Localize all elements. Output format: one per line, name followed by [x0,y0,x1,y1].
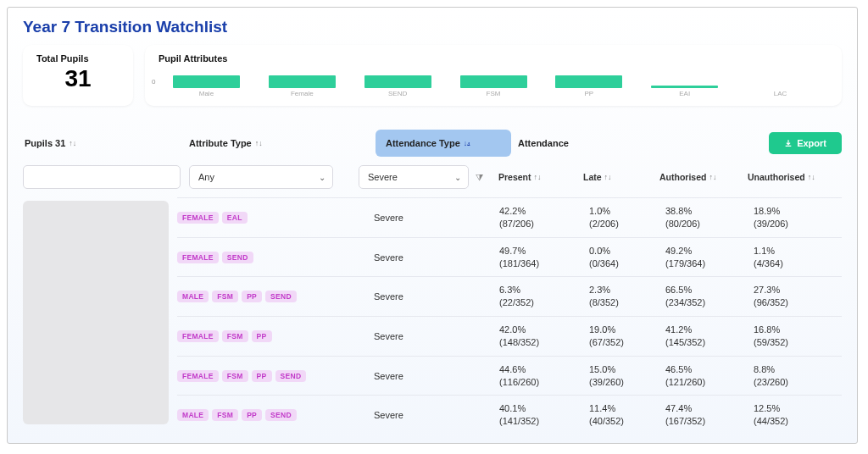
total-pupils-card: Total Pupils 31 [23,45,133,106]
unauthorised-cell: 18.9%(39/206) [754,205,842,230]
chart-bar: Female [254,75,350,97]
bar-label: EAI [679,90,690,97]
chart-bar: LAC [732,88,828,97]
attribute-tag: FEMALE [177,212,219,224]
page-title: Year 7 Transition Watchlist [23,18,842,36]
attribute-tags: FEMALEEAL [177,212,364,224]
pupils-search-input[interactable] [23,165,181,189]
bar-fill [460,75,527,88]
app-frame: Year 7 Transition Watchlist Total Pupils… [7,7,858,444]
attribute-tag: SEND [265,291,297,302]
table-row[interactable]: FEMALEFSMPPSevere42.0%(148/352)19.0%(67/… [177,316,842,356]
sort-icon: ↑↓ [709,173,716,181]
attendance-type-cell: Severe [364,252,489,263]
chart-bar: SEND [350,75,446,97]
authorised-cell: 41.2%(145/352) [665,324,754,349]
attribute-tag: FSM [212,409,238,421]
bar-label: FSM [487,90,501,97]
chart-bar: Male [159,75,254,97]
bar-label: Male [199,90,214,97]
late-cell: 11.4%(40/352) [589,402,665,428]
present-cell: 44.6%(116/260) [499,363,589,389]
sort-icon: ↑↓ [604,173,612,181]
attendance-type-cell: Severe [364,371,489,381]
attendance-type-cell: Severe [364,291,489,302]
unauthorised-cell: 1.1%(4/364) [754,245,842,270]
sort-icon: ↑↓ [808,173,815,181]
pupil-attributes-label: Pupil Attributes [159,53,828,64]
table-header-row: Pupils 31 ↑↓ Attribute Type ↑↓ Attendanc… [23,118,842,165]
attendance-type-cell: Severe [364,410,489,420]
col-header-present[interactable]: Present ↑↓ [498,172,583,182]
attendance-type-cell: Severe [364,213,489,223]
chart-axis-zero: 0 [152,78,155,86]
table-row[interactable]: FEMALEFSMPPSENDSevere44.6%(116/260)15.0%… [177,356,842,396]
table-row[interactable]: FEMALEEALSevere42.2%(87/206)1.0%(2/206)3… [177,197,842,237]
filter-row: Any ⌄ Severe ⌄ ⧩ Present ↑↓ Late ↑↓ Auth… [23,165,842,197]
col-header-authorised[interactable]: Authorised ↑↓ [659,172,748,182]
col-header-late[interactable]: Late ↑↓ [583,172,659,182]
attribute-tag: PP [252,330,272,342]
table-row[interactable]: MALEFSMPPSENDSevere40.1%(141/352)11.4%(4… [177,395,842,435]
chart-bar: EAI [637,86,732,97]
late-cell: 15.0%(39/260) [589,363,665,389]
attribute-type-value: Any [198,172,214,182]
attendance-type-select[interactable]: Severe ⌄ [359,165,469,189]
col-header-late-label: Late [583,172,602,182]
late-cell: 1.0%(2/206) [589,205,665,230]
export-button[interactable]: Export [769,132,842,154]
attribute-tag: EAL [222,212,248,224]
bar-label: PP [585,90,594,97]
col-header-pupils[interactable]: Pupils 31 ↑↓ [23,138,189,148]
present-cell: 6.3%(22/352) [499,284,589,309]
filter-icon[interactable]: ⧩ [476,172,483,183]
sort-icon: ↑↓ [255,139,263,147]
present-cell: 40.1%(141/352) [499,402,589,428]
total-pupils-label: Total Pupils [36,53,120,64]
attribute-tag: PP [252,370,272,382]
chevron-down-icon: ⌄ [319,173,326,182]
attendance-type-cell: Severe [364,331,489,341]
col-header-present-label: Present [498,172,531,182]
attendance-type-value: Severe [368,172,398,182]
col-header-unauthorised-label: Unauthorised [748,172,805,182]
col-header-attendance-type[interactable]: Attendance Type ↓₄ [376,130,511,157]
col-header-unauthorised[interactable]: Unauthorised ↑↓ [748,172,836,182]
attribute-tags: FEMALEFSMPPSEND [177,370,364,382]
present-cell: 49.7%(181/364) [499,245,589,270]
attribute-tags: FEMALEFSMPP [177,330,364,342]
present-cell: 42.2%(87/206) [499,205,589,230]
pupil-attributes-chart: 0 MaleFemaleSENDFSMPPEAILAC [159,67,828,97]
chart-bar: PP [541,75,637,97]
bar-label: LAC [774,90,787,97]
attribute-tag: FEMALE [177,252,219,263]
authorised-cell: 66.5%(234/352) [665,284,754,309]
col-header-pupils-label: Pupils 31 [25,138,65,148]
chevron-down-icon: ⌄ [454,173,461,182]
attribute-tag: PP [242,409,262,421]
bar-fill [651,86,718,88]
pupil-names-redacted [23,201,169,424]
chart-bar: FSM [446,75,542,97]
late-cell: 0.0%(0/364) [589,245,665,270]
col-header-attendance: Attendance [511,138,613,148]
attribute-tag: SEND [222,252,253,263]
col-header-authorised-label: Authorised [659,172,706,182]
table-row[interactable]: FEMALESENDSevere49.7%(181/364)0.0%(0/364… [177,237,842,277]
attribute-tag: FSM [212,291,238,302]
table-body: FEMALEEALSevere42.2%(87/206)1.0%(2/206)3… [23,197,842,435]
unauthorised-cell: 8.8%(23/260) [754,363,842,389]
authorised-cell: 46.5%(121/260) [665,363,754,389]
attribute-type-select[interactable]: Any ⌄ [189,165,333,189]
bar-fill [269,75,336,88]
total-pupils-value: 31 [36,65,120,92]
late-cell: 19.0%(67/352) [589,324,665,349]
attribute-tag: FSM [222,330,248,342]
table-row[interactable]: MALEFSMPPSENDSevere6.3%(22/352)2.3%(8/35… [177,276,842,316]
attribute-tag: SEND [275,370,307,382]
col-header-attribute-type[interactable]: Attribute Type ↑↓ [189,138,376,148]
attribute-tags: MALEFSMPPSEND [177,409,364,421]
attribute-tag: FEMALE [177,370,219,382]
unauthorised-cell: 16.8%(59/352) [754,324,842,349]
col-header-attendance-label: Attendance [518,138,569,148]
